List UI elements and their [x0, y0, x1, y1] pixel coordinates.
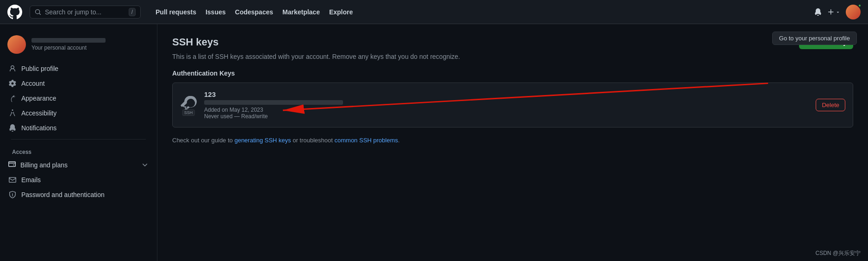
profile-name-blurred	[31, 38, 106, 43]
main-content: Go to your personal profile SSH keys New…	[157, 24, 868, 261]
sidebar-item-emails[interactable]: Emails	[4, 172, 153, 187]
shield-icon	[8, 191, 17, 199]
sidebar-nav: Public profile Account Appearance	[0, 61, 157, 202]
person-icon	[8, 64, 17, 73]
bell-icon	[814, 8, 822, 16]
plus-menu-button[interactable]	[827, 8, 840, 16]
sidebar-item-public-profile[interactable]: Public profile	[4, 61, 153, 76]
generating-ssh-keys-link[interactable]: generating SSH keys	[234, 137, 291, 144]
nav-codespaces[interactable]: Codespaces	[231, 6, 277, 18]
sidebar-avatar	[7, 35, 26, 54]
ssh-key-icon-wrap: SSH	[180, 96, 197, 114]
ssh-usage: Never used — Read/write	[204, 113, 268, 120]
search-placeholder: Search or jump to...	[45, 8, 125, 16]
sidebar-label-appearance: Appearance	[21, 95, 56, 102]
watermark: CSDN @兴乐安宁	[815, 249, 861, 257]
sidebar-label-account: Account	[21, 80, 45, 87]
page-header-row: SSH keys New SSH key	[172, 35, 853, 49]
search-shortcut: /	[129, 8, 136, 16]
footer-text-3: .	[398, 137, 400, 144]
nav-links: Pull requests Issues Codespaces Marketpl…	[152, 6, 356, 18]
avatar[interactable]	[846, 5, 861, 19]
access-section-label: Access	[4, 143, 153, 157]
credit-card-icon	[8, 160, 16, 169]
mail-icon	[8, 176, 17, 184]
accessibility-icon	[8, 109, 17, 117]
sidebar-label-notifications: Notifications	[21, 124, 56, 132]
sidebar: Your personal account Public profile Ac	[0, 24, 157, 261]
notifications-bell-button[interactable]	[814, 8, 822, 16]
paintbrush-icon	[8, 94, 17, 102]
gear-icon	[8, 79, 17, 88]
ssh-key-fingerprint	[204, 100, 343, 105]
profile-info: Your personal account	[31, 38, 106, 51]
page-body: Your personal account Public profile Ac	[0, 24, 868, 261]
sidebar-label-accessibility: Accessibility	[21, 109, 56, 117]
sidebar-item-accessibility[interactable]: Accessibility	[4, 106, 153, 121]
nav-marketplace[interactable]: Marketplace	[279, 6, 324, 18]
sidebar-label-public-profile: Public profile	[21, 65, 58, 72]
sidebar-item-password-auth[interactable]: Password and authentication	[4, 187, 153, 202]
delete-ssh-key-button[interactable]: Delete	[816, 99, 845, 111]
nav-right	[814, 5, 861, 19]
footer-text-1: Check out our guide to	[172, 137, 234, 144]
sidebar-item-account[interactable]: Account	[4, 76, 153, 91]
ssh-key-meta: Added on May 12, 2023 Never used — Read/…	[204, 107, 808, 120]
chevron-down-icon	[836, 10, 840, 14]
avatar-status-dot	[858, 4, 862, 7]
ssh-key-name: 123	[204, 90, 808, 98]
nav-issues[interactable]: Issues	[202, 6, 230, 18]
topnav: Search or jump to... / Pull requests Iss…	[0, 0, 868, 24]
billing-item-left: Billing and plans	[8, 160, 68, 169]
auth-keys-label: Authentication Keys	[172, 70, 853, 77]
search-box[interactable]: Search or jump to... /	[30, 6, 141, 19]
page-title: SSH keys	[172, 36, 219, 48]
profile-header: Your personal account	[0, 32, 157, 61]
sidebar-item-appearance[interactable]: Appearance	[4, 91, 153, 106]
sidebar-item-notifications[interactable]: Notifications	[4, 121, 153, 135]
page-description: This is a list of SSH keys associated wi…	[172, 53, 853, 60]
footer-text-2: or troubleshoot	[291, 137, 335, 144]
bell-sidebar-icon	[8, 124, 17, 132]
ssh-key-details: 123 Added on May 12, 2023 Never used — R…	[204, 90, 808, 120]
ssh-key-card: SSH 123 Added on May 12, 2023 Never used…	[172, 83, 853, 127]
page-footer: Check out our guide to generating SSH ke…	[172, 137, 853, 144]
ssh-badge: SSH	[182, 109, 195, 116]
plus-icon	[827, 8, 835, 16]
profile-sub: Your personal account	[31, 45, 106, 51]
sidebar-divider	[11, 139, 146, 140]
ssh-added-date: Added on May 12, 2023	[204, 107, 263, 113]
sidebar-label-emails: Emails	[21, 176, 41, 184]
nav-pull-requests[interactable]: Pull requests	[152, 6, 200, 18]
sidebar-label-password-auth: Password and authentication	[21, 191, 105, 198]
goto-profile-button[interactable]: Go to your personal profile	[772, 32, 857, 45]
sidebar-item-billing[interactable]: Billing and plans	[4, 157, 153, 172]
common-ssh-problems-link[interactable]: common SSH problems	[335, 137, 398, 144]
search-icon	[35, 9, 41, 15]
nav-explore[interactable]: Explore	[325, 6, 356, 18]
sidebar-label-billing: Billing and plans	[20, 161, 68, 169]
chevron-down-expand-icon	[141, 161, 149, 169]
github-logo-icon[interactable]	[7, 5, 22, 19]
